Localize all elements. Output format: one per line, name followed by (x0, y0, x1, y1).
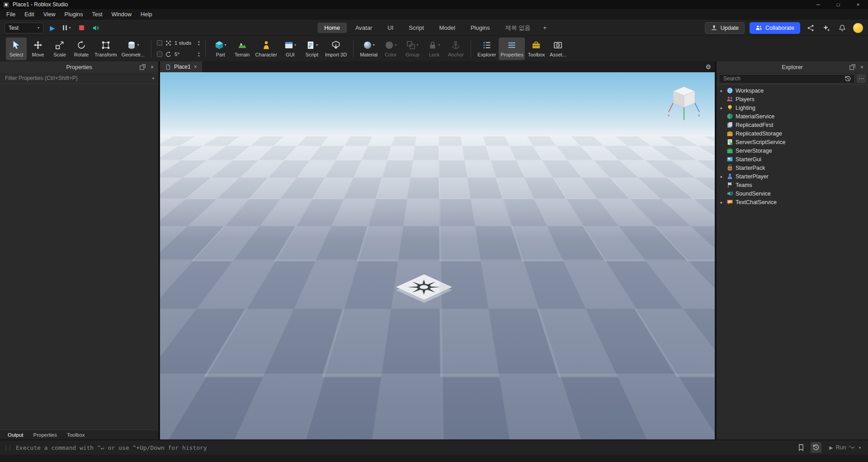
explorer-item-startergui[interactable]: StarterGui (717, 155, 868, 163)
color-button[interactable]: ▾ Color (380, 37, 401, 60)
menu-file[interactable]: File (2, 9, 20, 20)
tab-home[interactable]: Home (317, 23, 347, 33)
stop-button[interactable] (76, 23, 87, 33)
properties-toggle-button[interactable]: Properties (499, 37, 525, 60)
bookmark-button[interactable] (796, 442, 807, 453)
explorer-panel-header[interactable]: Explorer × (717, 61, 868, 73)
explorer-item-replicatedfirst[interactable]: ReplicatedFirst (717, 121, 868, 129)
tab-untitled[interactable]: 제목 없음 (499, 22, 538, 34)
menu-view[interactable]: View (39, 9, 60, 20)
explorer-item-starterpack[interactable]: StarterPack (717, 163, 868, 172)
dock-tab-toolbox[interactable]: Toolbox (63, 431, 89, 439)
stepper-up-button[interactable]: ▴ (198, 51, 200, 54)
geometry-tool-button[interactable]: ▾ Geometr... (120, 37, 146, 60)
tab-plugins[interactable]: Plugins (464, 23, 497, 33)
float-panel-button[interactable] (848, 63, 857, 71)
rotate-tool-button[interactable]: Rotate (71, 37, 92, 60)
toolbox-toggle-button[interactable]: Toolbox (526, 37, 547, 60)
explorer-item-serverstorage[interactable]: ServerStorage (717, 146, 868, 155)
minimize-button[interactable]: ─ (808, 0, 828, 9)
update-button[interactable]: Update (705, 22, 745, 34)
command-input[interactable] (15, 444, 792, 452)
explorer-toggle-button[interactable]: Explorer (476, 37, 498, 60)
properties-filter-input[interactable] (4, 75, 149, 82)
expand-arrow-icon[interactable]: ▸ (719, 106, 724, 110)
stepper-down-button[interactable]: ▾ (198, 43, 200, 46)
tab-ui[interactable]: UI (381, 23, 400, 33)
view-cube[interactable]: x z (667, 84, 701, 126)
play-button[interactable]: ▶ (47, 23, 58, 33)
tab-avatar[interactable]: Avatar (349, 23, 379, 33)
command-history-button[interactable] (811, 442, 821, 453)
close-panel-button[interactable]: × (858, 63, 866, 71)
part-button[interactable]: ▾ Part (210, 37, 231, 60)
assistant-button[interactable] (821, 23, 832, 33)
menu-help[interactable]: Help (136, 9, 157, 20)
explorer-item-replicatedstorage[interactable]: ReplicatedStorage (717, 129, 868, 138)
gui-button[interactable]: ▾ GUI (280, 37, 301, 60)
lock-button[interactable]: ▾ Lock (424, 37, 444, 60)
explorer-search-input[interactable] (722, 75, 842, 82)
share-button[interactable] (805, 23, 816, 33)
explorer-overflow-button[interactable]: ⋯ (857, 74, 866, 83)
select-tool-button[interactable]: Select (6, 37, 27, 60)
anchor-button[interactable]: Anchor (445, 37, 466, 60)
viewport-settings-button[interactable]: ⚙ (705, 63, 711, 70)
stepper-down-button[interactable]: ▾ (198, 54, 200, 57)
character-button[interactable]: Character (254, 37, 279, 60)
transform-tool-button[interactable]: Transform (93, 37, 119, 60)
stepper-up-button[interactable]: ▴ (198, 40, 200, 43)
float-panel-button[interactable] (138, 63, 147, 71)
explorer-item-workspace[interactable]: ▸ Workspace (717, 86, 868, 95)
explorer-item-materialservice[interactable]: MaterialService (717, 112, 868, 121)
test-mode-dropdown[interactable]: Test ▾ (5, 23, 43, 33)
group-button[interactable]: ▾ Group (402, 37, 423, 60)
import-3d-button[interactable]: Import 3D (323, 37, 349, 60)
tab-model[interactable]: Model (432, 23, 462, 33)
close-tab-icon[interactable]: × (194, 64, 197, 70)
menu-test[interactable]: Test (88, 9, 107, 20)
close-button[interactable]: × (848, 0, 868, 9)
run-button[interactable]: ▶ Run ^↵ ▾ (826, 444, 864, 451)
explorer-item-players[interactable]: Players (717, 95, 868, 103)
close-panel-button[interactable]: × (148, 63, 156, 71)
explorer-search-box[interactable] (719, 74, 855, 84)
explorer-item-lighting[interactable]: ▸ Lighting (717, 103, 868, 112)
dock-tab-output[interactable]: Output (4, 431, 28, 439)
terrain-button[interactable]: Terrain (232, 37, 253, 60)
collaborate-button[interactable]: Collaborate (750, 22, 800, 34)
rotate-snap-checkbox[interactable] (157, 51, 162, 57)
menu-plugins[interactable]: Plugins (60, 9, 88, 20)
add-tab-button[interactable]: + (539, 23, 551, 33)
maximize-button[interactable]: □ (828, 0, 848, 9)
history-icon[interactable] (844, 75, 851, 82)
scale-tool-button[interactable]: Scale (49, 37, 70, 60)
notifications-button[interactable] (837, 23, 848, 33)
explorer-item-textchatservice[interactable]: ▸ TextChatService (717, 198, 868, 206)
spawn-location[interactable] (396, 275, 452, 300)
dock-tab-properties[interactable]: Properties (29, 431, 61, 439)
pause-button[interactable]: ▾ (61, 23, 72, 33)
menu-window[interactable]: Window (107, 9, 136, 20)
asset-manager-button[interactable]: Asset... (547, 37, 568, 60)
tab-script[interactable]: Script (402, 23, 430, 33)
viewport-tab-place1[interactable]: Place1 × (160, 61, 202, 72)
move-tool-button[interactable]: Move (28, 37, 48, 60)
explorer-item-soundservice[interactable]: SoundService (717, 189, 868, 198)
account-button[interactable] (853, 23, 863, 33)
grid-snap-checkbox[interactable] (157, 40, 162, 46)
explorer-item-teams[interactable]: Teams (717, 181, 868, 189)
expand-arrow-icon[interactable]: ▸ (719, 89, 724, 93)
script-button[interactable]: ▾ Script (302, 37, 322, 60)
explorer-item-starterplayer[interactable]: ▸ StarterPlayer (717, 172, 868, 181)
properties-panel-header[interactable]: Properties × (0, 61, 158, 73)
drag-handle-icon[interactable]: ⋮⋮ (4, 445, 11, 451)
expand-arrow-icon[interactable]: ▸ (719, 174, 724, 179)
grid-snap-value[interactable]: 1 studs (175, 40, 195, 46)
explorer-item-serverscriptservice[interactable]: ServerScriptService (717, 138, 868, 146)
expand-arrow-icon[interactable]: ▸ (719, 200, 724, 205)
menu-edit[interactable]: Edit (20, 9, 39, 20)
mute-button[interactable] (90, 23, 101, 33)
rotate-snap-value[interactable]: 5° (175, 51, 195, 57)
material-button[interactable]: ▾ Material (358, 37, 379, 60)
